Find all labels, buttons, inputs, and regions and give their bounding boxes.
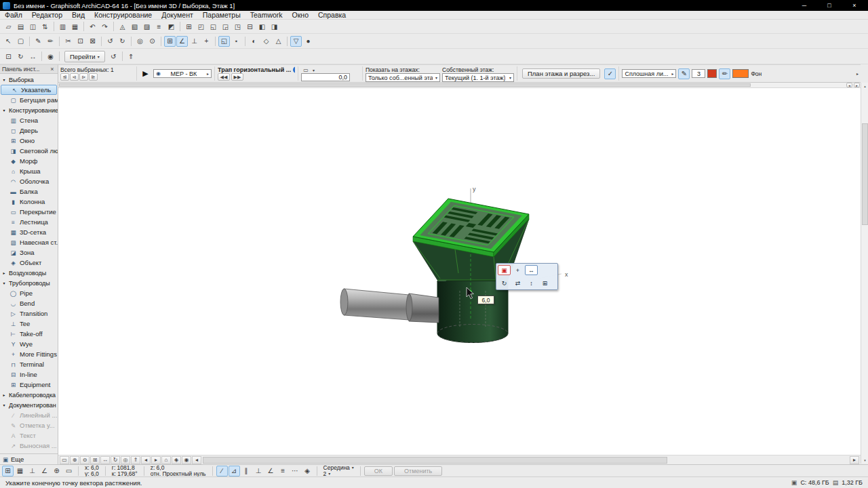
next-selection-icon[interactable]: ⊳ — [79, 73, 88, 81]
plot-icon[interactable]: ▦ — [69, 21, 81, 32]
tool-level-dimension[interactable]: ✎ Отметка у... — [0, 420, 58, 430]
tool-bend[interactable]: ◡ Bend — [0, 298, 58, 308]
3d-window-icon[interactable]: ◰ — [195, 21, 207, 32]
tool-transition[interactable]: ▷ Transition — [0, 308, 58, 319]
symbolic-view-icon[interactable]: ✓ — [604, 68, 616, 79]
print-icon[interactable]: ▥ — [57, 21, 68, 32]
minimize-icon[interactable]: ─ — [793, 2, 815, 9]
add-node-icon[interactable]: + — [511, 265, 524, 275]
magic-wand-icon[interactable]: ⋆ — [231, 36, 242, 47]
suspend-groups-icon[interactable]: ◱ — [218, 36, 230, 47]
favorites-icon[interactable]: ◬ — [117, 21, 128, 32]
schedule-window-icon[interactable]: ⊟ — [244, 21, 256, 32]
walk-mode-icon[interactable]: ⇑ — [125, 51, 137, 62]
scrollbar-thumb[interactable] — [203, 457, 667, 464]
tool-shell[interactable]: ◠ Оболочка — [0, 176, 58, 186]
scrollbar-thumb[interactable] — [59, 83, 751, 87]
menu-window[interactable]: Окно — [288, 11, 313, 20]
menu-view[interactable]: Вид — [67, 11, 90, 20]
menu-file[interactable]: Файл — [0, 11, 27, 20]
orbit-icon[interactable]: ↻ — [15, 51, 26, 62]
refresh-view-icon[interactable]: ↺ — [108, 51, 119, 62]
tool-take-off[interactable]: ⊢ Take-off — [0, 329, 58, 339]
mirror-icon[interactable]: ⇄ — [511, 278, 524, 288]
orbit-icon[interactable]: ↻ — [111, 456, 120, 464]
element-settings-icon[interactable]: ▧ — [129, 21, 140, 32]
line-pen-icon[interactable]: ✎ — [678, 68, 690, 79]
trace-reference-icon[interactable]: ◐ — [248, 36, 260, 47]
story-settings-icon[interactable]: ≡ — [153, 21, 165, 32]
guide-lines-icon[interactable]: ∠ — [176, 36, 188, 47]
tool-roof[interactable]: ⌂ Крыша — [0, 166, 58, 176]
previous-zoom-icon[interactable]: ◂ — [141, 456, 151, 464]
last-selection-icon[interactable]: ⊵ — [89, 73, 98, 81]
pet-palette[interactable]: ▣+↔ ↻⇄↕⊞ — [496, 263, 558, 290]
renovation-filter-icon[interactable]: ● — [302, 36, 314, 47]
tool-tee[interactable]: ⊥ Tee — [0, 319, 58, 329]
select-all-icon[interactable]: ⊙ — [146, 36, 158, 47]
walk-mode-icon[interactable]: ⇑ — [131, 456, 140, 464]
move-icon[interactable]: ↔ — [525, 265, 538, 275]
first-selection-icon[interactable]: ⊴ — [60, 73, 69, 81]
layer-selector[interactable]: ◉ МЕР - ВК ▸ — [153, 69, 212, 78]
zoom-in-icon[interactable]: ⊕ — [70, 456, 79, 464]
horizontal-scrollbar[interactable] — [203, 456, 848, 464]
section-cabling[interactable]: ▸ Кабелепроводка — [0, 390, 58, 400]
scroll-left-icon[interactable]: ◂ — [192, 456, 201, 464]
tool-wye[interactable]: Y Wye — [0, 339, 58, 349]
look-to-icon[interactable]: ◉ — [45, 51, 56, 62]
go-to-button[interactable]: Перейти ▾ — [64, 51, 105, 62]
menu-options[interactable]: Параметры — [198, 11, 245, 20]
zoom-options-icon[interactable]: ⊡ — [3, 51, 14, 62]
line-type-selector[interactable]: Сплошная ли... ▸ — [622, 69, 676, 78]
tool-column[interactable]: ▮ Колонна — [0, 197, 58, 207]
origin-icon[interactable]: ⊕ — [51, 466, 62, 476]
tool-door[interactable]: ◻ Дверь — [0, 125, 58, 136]
perpendicular-snap-icon[interactable]: ⊥ — [253, 466, 264, 476]
fill-pen-icon[interactable]: ✏ — [719, 68, 730, 79]
pen-number-field[interactable]: 3 — [692, 69, 705, 78]
tool-pipe[interactable]: ◯ Pipe — [0, 288, 58, 298]
copy-icon[interactable]: ⊡ — [75, 36, 86, 47]
elevate-icon[interactable]: ↕ — [525, 278, 538, 288]
tool-more-fittings[interactable]: + More Fittings — [0, 349, 58, 359]
layer-settings-icon[interactable]: ▨ — [141, 21, 153, 32]
tool-morph[interactable]: ◆ Морф — [0, 156, 58, 166]
ruler-icon[interactable]: ▭ — [63, 466, 75, 476]
tool-wall[interactable]: ▥ Стена — [0, 115, 58, 125]
section-settings-icon[interactable]: ◩ — [165, 21, 177, 32]
prev-selection-icon[interactable]: ⊲ — [70, 73, 79, 81]
3d-cutaway-icon[interactable]: △ — [273, 36, 284, 47]
quick-layers-icon[interactable]: ▽ — [290, 36, 302, 47]
next-zoom-icon[interactable]: ▸ — [151, 456, 161, 464]
tool-text[interactable]: A Текст — [0, 430, 58, 441]
tool-pointer[interactable]: ↖ Указатель — [1, 85, 57, 95]
scroll-right-icon[interactable]: ▸ — [850, 456, 859, 464]
gravity-icon[interactable]: ⊥ — [26, 466, 38, 476]
save-icon[interactable]: ◫ — [27, 21, 39, 32]
camera-icon[interactable]: ◇ — [260, 36, 272, 47]
tool-object[interactable]: ◈ Объект — [0, 258, 58, 268]
new-file-icon[interactable]: ▱ — [3, 21, 14, 32]
tool-curtain-wall[interactable]: ▨ Навесная ст... — [0, 237, 58, 247]
tool-label[interactable]: ↗ Выносная ... — [0, 441, 58, 451]
tool-skylight[interactable]: ◨ Световой люк — [0, 146, 58, 156]
inlet-pipe[interactable] — [340, 289, 439, 323]
navigator-icon[interactable]: ◈ — [172, 456, 181, 464]
element-snap-icon[interactable]: ⊞ — [2, 466, 14, 476]
tool-mesh[interactable]: ▦ 3D-сетка — [0, 227, 58, 237]
close-icon[interactable]: × — [49, 66, 56, 73]
cut-icon[interactable]: ✂ — [62, 36, 74, 47]
close-icon[interactable]: × — [844, 2, 865, 9]
previous-element-icon[interactable]: ◀◀ — [218, 73, 230, 81]
undo-step-icon[interactable]: ↺ — [104, 36, 116, 47]
menu-teamwork[interactable]: Teamwork — [245, 11, 288, 20]
coordinate-xy[interactable]: х: 6,0 у: 6,0 — [82, 465, 102, 476]
next-element-icon[interactable]: ▶▶ — [231, 73, 243, 81]
guide-lines-toggle-icon[interactable]: ∕ — [216, 466, 228, 476]
redo-icon[interactable]: ↷ — [99, 21, 111, 32]
rotate-icon[interactable]: ↻ — [498, 278, 511, 288]
tracker-distance-input[interactable]: 6,0 — [477, 296, 494, 304]
parallel-snap-icon[interactable]: ∥ — [241, 466, 252, 476]
pan-icon[interactable]: ↔ — [27, 51, 39, 62]
